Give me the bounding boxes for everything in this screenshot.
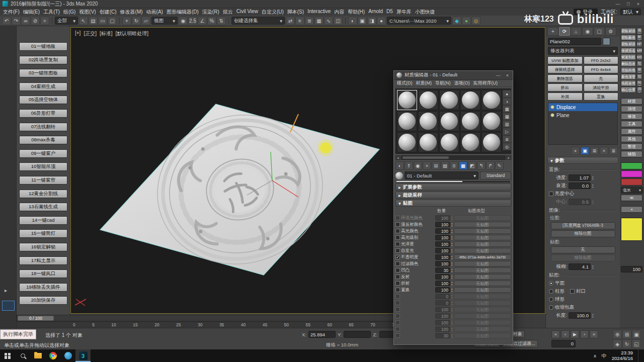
map-amount-field[interactable]: 100 xyxy=(435,215,450,221)
map-amount-field[interactable]: 100 xyxy=(435,261,450,266)
put-to-scene-icon[interactable]: ⇑ xyxy=(405,161,413,170)
title-bar[interactable]: 2016解除限制版!(一三) - 3ds Max 2020 — □ × xyxy=(0,0,644,8)
file-explorer-button[interactable] xyxy=(30,349,45,362)
map-amount-field[interactable]: 100 xyxy=(435,313,450,319)
material-editor-icon[interactable]: ◐ xyxy=(348,17,357,25)
strip-button[interactable]: 获取材质 xyxy=(621,28,636,34)
close-icon[interactable]: × xyxy=(637,2,639,7)
menu-item[interactable]: D5 xyxy=(386,9,393,16)
tab-motion[interactable]: ◉ xyxy=(582,27,593,36)
map-checkbox[interactable]: ✓ xyxy=(395,255,400,259)
menu-item[interactable]: Interactive xyxy=(307,9,331,16)
zoom-icon[interactable]: ⊕ xyxy=(613,330,622,339)
strip-side-button[interactable]: MRS xyxy=(636,47,642,54)
map-checkbox[interactable] xyxy=(395,222,400,227)
map-amount-spinner[interactable]: ▴▾ xyxy=(451,314,453,318)
tab-utilities[interactable]: ⚙ xyxy=(605,27,616,36)
assign-to-selection-icon[interactable]: ◉ xyxy=(414,161,422,170)
remove-modifier-icon[interactable]: × xyxy=(600,147,608,155)
map-amount-spinner[interactable]: ▴▾ xyxy=(451,320,453,325)
map-checkbox[interactable] xyxy=(395,320,400,325)
select-by-material-icon[interactable]: ◎ xyxy=(503,143,511,150)
script-button[interactable]: 12黄金分割线 xyxy=(19,190,67,198)
make-unique-icon[interactable]: ⊟ xyxy=(432,161,440,170)
y-coordinate-field[interactable] xyxy=(344,331,371,338)
rollout-header[interactable]: ▸ 超级采样 xyxy=(395,192,511,199)
map-slot-button[interactable]: 无贴图 xyxy=(454,326,511,332)
menu-item[interactable]: 选项(O) xyxy=(454,80,470,86)
script-button[interactable]: 16锁定解锁 xyxy=(19,243,67,251)
script-button[interactable]: 10智能吊顶 xyxy=(19,162,67,171)
move-icon[interactable]: + xyxy=(122,17,131,25)
menu-item[interactable]: 创建(C) xyxy=(100,9,117,16)
plugin-icon-teal[interactable]: ◆ xyxy=(452,17,461,25)
map-amount-field[interactable]: 30 xyxy=(435,267,450,273)
rotate-icon[interactable]: ↻ xyxy=(132,17,141,25)
modifier-shortcut-button[interactable]: 删除面选 xyxy=(547,74,583,82)
script-button[interactable]: 13石膏线生成 xyxy=(19,203,67,211)
map-amount-spinner[interactable]: ▴▾ xyxy=(451,281,453,286)
modifier-shortcut-button[interactable]: 壳 xyxy=(584,74,619,82)
modifier-shortcut-button[interactable]: FFD 2x2x2 xyxy=(584,56,619,64)
map-amount-spinner[interactable]: ▴▾ xyxy=(451,222,453,227)
material-sample-slot[interactable] xyxy=(397,111,417,131)
script-button[interactable]: 15一键筒灯 xyxy=(19,229,67,238)
workspace-dropdown[interactable]: 默认▾ xyxy=(620,9,641,15)
menu-item[interactable]: 动画(A) xyxy=(146,9,163,16)
scroll-right-icon[interactable]: ▸ xyxy=(506,155,511,160)
ribbon-icon[interactable]: ▦ xyxy=(314,17,324,25)
menu-item[interactable]: 实用程序(U) xyxy=(473,80,498,86)
strip-button[interactable]: 材质 xyxy=(621,98,642,105)
go-to-start-icon[interactable]: « xyxy=(551,330,560,338)
object-name-field[interactable]: Plane002 xyxy=(548,38,601,45)
script-button[interactable]: 04窗框生成 xyxy=(19,82,67,91)
select-object-icon[interactable]: ↖ xyxy=(79,17,88,25)
orbit-icon[interactable]: ↻ xyxy=(622,339,631,348)
zoom-all-icon[interactable]: ⊞ xyxy=(622,330,631,339)
map-checkbox[interactable] xyxy=(395,268,400,273)
show-map-in-viewport-icon[interactable]: ▦ xyxy=(459,161,467,170)
menu-item[interactable]: 犀牛库 xyxy=(396,9,412,16)
map-slot-button[interactable]: 无贴图 xyxy=(454,307,511,312)
material-id-channel-icon[interactable]: 0 xyxy=(450,161,458,170)
strip-close-button[interactable]: × xyxy=(621,206,642,213)
window-crossing-icon[interactable]: ▢ xyxy=(108,17,117,25)
map-amount-field[interactable]: 100 xyxy=(435,320,450,325)
menu-item[interactable]: 模式(D) xyxy=(397,80,413,86)
rollout-header[interactable]: ▾ 贴图 xyxy=(395,200,511,207)
ime-indicator[interactable]: 中 xyxy=(602,352,607,359)
material-sample-slot[interactable] xyxy=(439,132,459,152)
menu-item[interactable]: 编辑(E) xyxy=(23,9,40,16)
map-amount-field[interactable]: 100 xyxy=(435,274,450,280)
modifier-shortcut-button[interactable]: 保留线选择 xyxy=(547,65,583,73)
map-slot-button[interactable]: 无贴图 xyxy=(454,313,511,319)
chrome-button[interactable] xyxy=(45,349,60,362)
map-amount-spinner[interactable]: ▴▾ xyxy=(451,275,453,279)
map-slot-button[interactable]: 无贴图 xyxy=(454,294,511,299)
go-to-parent-icon[interactable]: ↰ xyxy=(477,161,486,170)
map-amount-field[interactable]: 0 xyxy=(435,294,450,299)
schematic-view-icon[interactable]: ◫ xyxy=(334,17,343,25)
visibility-bulb-icon[interactable] xyxy=(550,105,554,109)
material-sample-slot[interactable] xyxy=(481,90,502,110)
map-amount-spinner[interactable]: ▴▾ xyxy=(451,255,453,259)
script-button[interactable]: 05选择空物体 xyxy=(19,96,67,104)
strip-button[interactable]: 删除自发 xyxy=(621,60,636,67)
map-slot-button[interactable]: 无贴图 xyxy=(454,222,511,227)
strip-button[interactable]: 颜色渐变 xyxy=(621,73,636,80)
render-setup-icon[interactable]: ▣ xyxy=(358,17,367,25)
map-amount-spinner[interactable]: ▴▾ xyxy=(451,216,453,220)
strip-button[interactable]: 获取颜色 xyxy=(621,34,636,41)
menu-item[interactable]: 文件(F) xyxy=(3,9,20,16)
units-dropdown[interactable]: 毫米▾ xyxy=(621,187,643,194)
script-button[interactable]: 17粘土显示 xyxy=(19,256,67,265)
menu-item[interactable]: 小图快捷 xyxy=(415,9,435,16)
modifier-shortcut-button[interactable]: 补洞 xyxy=(547,93,583,101)
script-button[interactable]: 09一键窗户 xyxy=(19,149,67,158)
blur-field[interactable]: 4.1 xyxy=(569,263,591,270)
sample-tiling-icon[interactable]: ▦ xyxy=(503,113,511,120)
video-color-check-icon[interactable]: ▧ xyxy=(503,120,511,128)
strip-button[interactable]: 修改 xyxy=(621,113,642,120)
map-amount-spinner[interactable]: ▴▾ xyxy=(451,242,453,246)
scroll-left-icon[interactable]: ◂ xyxy=(395,155,400,160)
